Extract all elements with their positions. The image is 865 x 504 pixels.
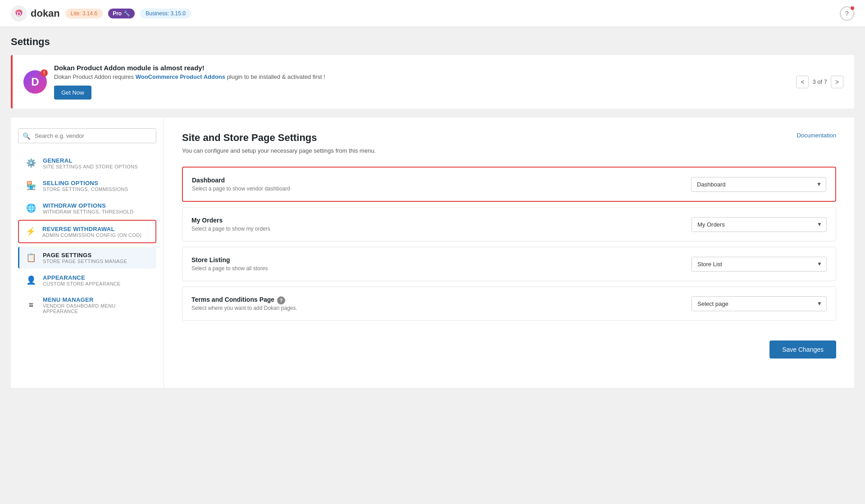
- row-label-wrap-terms: Terms and Conditions Page ? Select where…: [191, 296, 297, 311]
- sidebar-item-selling[interactable]: 🏪 SELLING OPTIONS STORE SETTINGS, COMMIS…: [18, 175, 156, 196]
- row-label-dashboard: Dashboard: [192, 177, 290, 184]
- appearance-label: APPEARANCE: [43, 274, 121, 281]
- row-desc-my-orders: Select a page to show my orders: [191, 226, 270, 232]
- reverse-sublabel: ADMIN COMMISSION CONFIG (ON COD): [42, 232, 141, 238]
- dokan-logo-text: dokan: [31, 8, 60, 19]
- sidebar-item-page-settings[interactable]: 📋 PAGE SETTINGS STORE PAGE SETTINGS MANA…: [18, 247, 156, 268]
- withdraw-icon: 🌐: [25, 202, 37, 214]
- row-label-wrap-my-orders: My Orders Select a page to show my order…: [191, 217, 270, 232]
- settings-header: Site and Store Page Settings Documentati…: [182, 132, 836, 144]
- terms-select[interactable]: Dashboard My Orders Store List Select pa…: [692, 296, 827, 311]
- store-listing-select[interactable]: Dashboard My Orders Store List Select pa…: [692, 257, 827, 272]
- documentation-link[interactable]: Documentation: [797, 132, 836, 139]
- notice-module-icon: D !: [23, 70, 47, 94]
- settings-row-dashboard: Dashboard Select a page to show vendor d…: [182, 167, 836, 202]
- notice-text: Dokan Product Addon module is almost rea…: [54, 64, 325, 100]
- pro-badge: Pro 🔧: [108, 9, 135, 18]
- sidebar-item-general[interactable]: ⚙️ GENERAL SITE SETTINGS AND STORE OPTIO…: [18, 152, 156, 174]
- row-label-wrap-dashboard: Dashboard Select a page to show vendor d…: [192, 177, 290, 192]
- general-label: GENERAL: [43, 157, 138, 164]
- row-label-terms: Terms and Conditions Page: [191, 296, 274, 303]
- notice-prev-button[interactable]: <: [796, 76, 809, 88]
- page-settings-icon: 📋: [25, 251, 37, 264]
- page-settings-sublabel: STORE PAGE SETTINGS MANAGE: [43, 259, 127, 264]
- page-settings-label: PAGE SETTINGS: [43, 252, 127, 259]
- appearance-sublabel: CUSTOM STORE APPEARANCE: [43, 281, 121, 286]
- selling-label: SELLING OPTIONS: [43, 180, 128, 186]
- search-wrap: 🔍: [18, 128, 156, 143]
- page-wrap: Settings D ! Dokan Product Addon module …: [0, 27, 865, 397]
- settings-row-terms: Terms and Conditions Page ? Select where…: [182, 286, 836, 321]
- main-container: 🔍 ⚙️ GENERAL SITE SETTINGS AND STORE OPT…: [11, 118, 854, 388]
- menu-manager-sublabel: VENDOR DASHBOARD MENU APPEARANCE: [43, 303, 151, 314]
- reverse-icon: ⚡: [24, 225, 37, 238]
- general-icon: ⚙️: [25, 157, 37, 169]
- search-icon: 🔍: [23, 132, 30, 140]
- save-changes-button[interactable]: Save Changes: [769, 341, 836, 359]
- notice-pagination: < 3 of 7 >: [796, 76, 843, 88]
- row-label-my-orders: My Orders: [191, 217, 270, 224]
- page-title: Settings: [11, 36, 854, 48]
- withdraw-label: WITHDRAW OPTIONS: [43, 202, 134, 209]
- my-orders-select[interactable]: Dashboard My Orders Store List Select pa…: [692, 217, 827, 232]
- notice-title: Dokan Product Addon module is almost rea…: [54, 64, 325, 72]
- notice-description: Dokan Product Addon requires WooCommerce…: [54, 73, 325, 80]
- menu-manager-icon: ≡: [25, 299, 37, 312]
- row-select-wrap-store-listing: Dashboard My Orders Store List Select pa…: [692, 257, 827, 272]
- row-select-wrap-terms: Dashboard My Orders Store List Select pa…: [692, 296, 827, 311]
- dokan-logo: D dokan: [11, 5, 60, 22]
- sidebar-item-menu-manager[interactable]: ≡ MENU MANAGER VENDOR DASHBOARD MENU APP…: [18, 292, 156, 318]
- settings-rows: Dashboard Select a page to show vendor d…: [182, 167, 836, 326]
- row-select-wrap-dashboard: Dashboard My Orders Store List Select pa…: [691, 177, 826, 192]
- appearance-icon: 👤: [25, 274, 37, 286]
- row-select-wrap-my-orders: Dashboard My Orders Store List Select pa…: [692, 217, 827, 232]
- business-version-badge: Business: 3.15.0: [140, 9, 191, 18]
- general-sublabel: SITE SETTINGS AND STORE OPTIONS: [43, 164, 138, 169]
- top-bar-left: D dokan Lite: 3.14.6 Pro 🔧 Business: 3.1…: [11, 5, 191, 22]
- settings-description: You can configure and setup your necessa…: [182, 147, 836, 154]
- settings-row-my-orders: My Orders Select a page to show my order…: [182, 207, 836, 241]
- row-desc-terms: Select where you want to add Dokan pages…: [191, 305, 297, 311]
- top-bar: D dokan Lite: 3.14.6 Pro 🔧 Business: 3.1…: [0, 0, 865, 27]
- row-desc-dashboard: Select a page to show vendor dashboard: [192, 186, 290, 192]
- help-button[interactable]: ?: [840, 6, 854, 21]
- settings-row-store-listing: Store Listing Select a page to show all …: [182, 247, 836, 281]
- search-input[interactable]: [18, 128, 156, 143]
- settings-area: Site and Store Page Settings Documentati…: [164, 118, 854, 388]
- notice-banner: D ! Dokan Product Addon module is almost…: [11, 55, 854, 109]
- terms-help-icon[interactable]: ?: [277, 296, 285, 304]
- sidebar-item-withdraw[interactable]: 🌐 WITHDRAW OPTIONS WITHDRAW SETTINGS, TH…: [18, 197, 156, 219]
- selling-sublabel: STORE SETTINGS, COMMISSIONS: [43, 186, 128, 192]
- sidebar-item-reverse[interactable]: ⚡ REVERSE WITHDRAWAL ADMIN COMMISSION CO…: [18, 220, 156, 243]
- reverse-label: REVERSE WITHDRAWAL: [42, 226, 141, 232]
- svg-text:D: D: [17, 11, 21, 17]
- notice-next-button[interactable]: >: [831, 76, 843, 88]
- sidebar: 🔍 ⚙️ GENERAL SITE SETTINGS AND STORE OPT…: [11, 118, 164, 388]
- dashboard-select[interactable]: Dashboard My Orders Store List Select pa…: [691, 177, 826, 192]
- notice-page-indicator: 3 of 7: [812, 78, 827, 85]
- menu-manager-label: MENU MANAGER: [43, 296, 151, 303]
- withdraw-sublabel: WITHDRAW SETTINGS, THRESHOLD: [43, 209, 134, 214]
- notice-left: D ! Dokan Product Addon module is almost…: [23, 64, 325, 100]
- settings-panel-title: Site and Store Page Settings: [182, 132, 317, 144]
- dokan-logo-icon: D: [11, 5, 27, 22]
- sidebar-item-appearance[interactable]: 👤 APPEARANCE CUSTOM STORE APPEARANCE: [18, 269, 156, 291]
- row-label-wrap-store-listing: Store Listing Select a page to show all …: [191, 256, 268, 272]
- lite-version-badge: Lite: 3.14.6: [65, 9, 103, 18]
- selling-icon: 🏪: [25, 179, 37, 192]
- row-desc-store-listing: Select a page to show all stores: [191, 265, 268, 272]
- get-now-button[interactable]: Get Now: [54, 86, 91, 100]
- save-area: Save Changes: [182, 341, 836, 359]
- row-label-store-listing: Store Listing: [191, 256, 268, 263]
